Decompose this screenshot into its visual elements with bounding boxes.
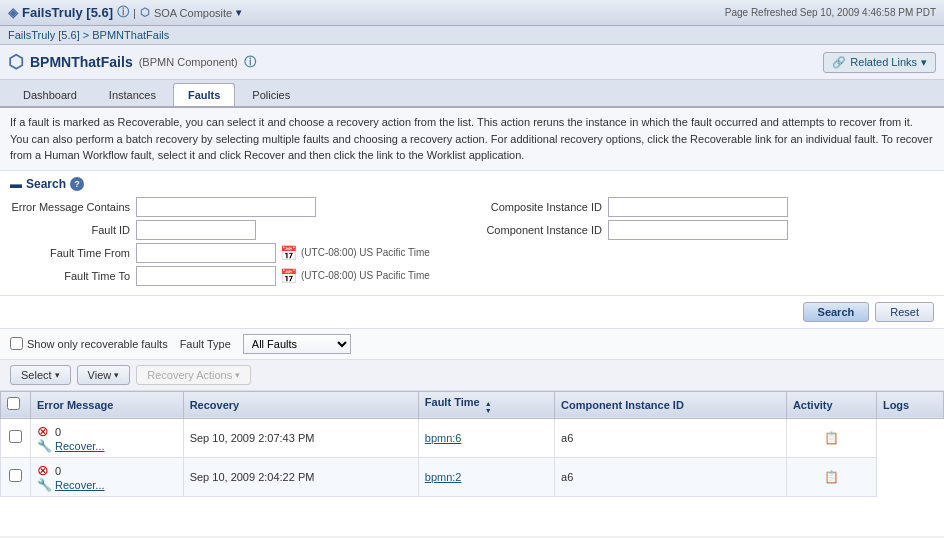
app-header: ◈ FailsTruly [5.6] ⓘ | ⬡ SOA Composite ▾… <box>0 0 944 26</box>
row-select-checkbox[interactable] <box>9 430 22 443</box>
faults-table: Error Message Recovery Fault Time ▲▼ Com… <box>0 391 944 497</box>
app-subtitle-text: SOA Composite <box>154 7 232 19</box>
row-error-message: ⊗ 0 🔧 Recover... <box>31 457 184 496</box>
fault-time-to-input[interactable] <box>136 266 276 286</box>
component-instance-label: Component Instance ID <box>482 224 602 236</box>
row-component-instance-id[interactable]: bpmn:2 <box>418 457 554 496</box>
recovery-link[interactable]: 🔧 Recover... <box>37 478 177 492</box>
show-recoverable-checkbox[interactable] <box>10 337 23 350</box>
fault-id-row: Fault ID <box>10 220 462 240</box>
show-recoverable-label[interactable]: Show only recoverable faults <box>10 337 168 350</box>
breadcrumb-separator: > <box>83 29 92 41</box>
row-error-message: ⊗ 0 🔧 Recover... <box>31 418 184 457</box>
tab-faults[interactable]: Faults <box>173 83 235 106</box>
component-title: ⬡ BPMNThatFails (BPMN Component) ⓘ <box>8 51 256 73</box>
fault-type-label: Fault Type <box>180 338 231 350</box>
app-icon: ◈ <box>8 5 18 20</box>
tab-instances[interactable]: Instances <box>94 83 171 106</box>
toolbar: Select ▾ View ▾ Recovery Actions ▾ <box>0 360 944 391</box>
row-activity: a6 <box>555 457 787 496</box>
error-message-row: Error Message Contains <box>10 197 462 217</box>
tabs-bar: Dashboard Instances Faults Policies <box>0 80 944 108</box>
component-icon: ⬡ <box>8 51 24 73</box>
select-all-checkbox[interactable] <box>7 397 20 410</box>
related-links-arrow: ▾ <box>921 56 927 69</box>
dropdown-icon[interactable]: ▾ <box>236 7 241 18</box>
tab-dashboard[interactable]: Dashboard <box>8 83 92 106</box>
row-logs[interactable]: 📋 <box>786 457 876 496</box>
row-component-instance-id[interactable]: bpmn:6 <box>418 418 554 457</box>
breadcrumb-link-1[interactable]: FailsTruly [5.6] <box>8 29 80 41</box>
search-help-icon[interactable]: ? <box>70 177 84 191</box>
search-header: ▬ Search ? <box>10 177 934 191</box>
search-section: ▬ Search ? Error Message Contains Fault … <box>0 171 944 296</box>
search-label: Search <box>26 177 66 191</box>
breadcrumb: FailsTruly [5.6] > BPMNThatFails <box>0 26 944 45</box>
fault-id-input[interactable] <box>136 220 256 240</box>
refresh-time: Page Refreshed Sep 10, 2009 4:46:58 PM P… <box>725 7 936 18</box>
reset-button[interactable]: Reset <box>875 302 934 322</box>
row-logs[interactable]: 📋 <box>786 418 876 457</box>
row-checkbox[interactable] <box>1 457 31 496</box>
app-subtitle: | <box>133 7 136 19</box>
search-left: Error Message Contains Fault ID Fault Ti… <box>10 197 462 289</box>
col-header-activity: Activity <box>786 391 876 418</box>
search-right: Composite Instance ID Component Instance… <box>482 197 934 289</box>
col-header-recovery: Recovery <box>183 391 418 418</box>
view-button[interactable]: View ▾ <box>77 365 131 385</box>
component-id-link[interactable]: bpmn:2 <box>425 471 462 483</box>
row-fault-time: Sep 10, 2009 2:07:43 PM <box>183 418 418 457</box>
recovery-actions-label: Recovery Actions <box>147 369 232 381</box>
recovery-link[interactable]: 🔧 Recover... <box>37 439 177 453</box>
recovery-actions-button[interactable]: Recovery Actions ▾ <box>136 365 251 385</box>
component-instance-input[interactable] <box>608 220 788 240</box>
app-info-icon[interactable]: ⓘ <box>117 4 129 21</box>
composite-instance-input[interactable] <box>608 197 788 217</box>
composite-instance-row: Composite Instance ID <box>482 197 934 217</box>
fault-time-to-container: 📅 (UTC-08:00) US Pacific Time <box>136 266 430 286</box>
related-links-label: Related Links <box>850 56 917 68</box>
fault-time-from-container: 📅 (UTC-08:00) US Pacific Time <box>136 243 430 263</box>
recovery-text[interactable]: Recover... <box>55 440 105 452</box>
fault-time-to-label: Fault Time To <box>10 270 130 282</box>
app-title-text: FailsTruly [5.6] <box>22 5 113 20</box>
fault-time-from-label: Fault Time From <box>10 247 130 259</box>
recovery-text[interactable]: Recover... <box>55 479 105 491</box>
component-instance-row: Component Instance ID <box>482 220 934 240</box>
related-links-button[interactable]: 🔗 Related Links ▾ <box>823 52 936 73</box>
search-form: Error Message Contains Fault ID Fault Ti… <box>10 197 934 289</box>
search-button[interactable]: Search <box>803 302 870 322</box>
error-text: 0 🔧 Recover... <box>37 426 177 453</box>
select-label: Select <box>21 369 52 381</box>
fault-time-to-row: Fault Time To 📅 (UTC-08:00) US Pacific T… <box>10 266 462 286</box>
logs-icon[interactable]: 📋 <box>824 431 839 445</box>
calendar-from-icon[interactable]: 📅 <box>280 245 297 261</box>
table-row: ⊗ 0 🔧 Recover... Sep 10, 2009 2:07:43 PM… <box>1 418 944 457</box>
fault-id-label: Fault ID <box>10 224 130 236</box>
calendar-to-icon[interactable]: 📅 <box>280 268 297 284</box>
row-checkbox[interactable] <box>1 418 31 457</box>
error-message-input[interactable] <box>136 197 316 217</box>
fault-time-from-input[interactable] <box>136 243 276 263</box>
component-id-link[interactable]: bpmn:6 <box>425 432 462 444</box>
col-header-fault-time[interactable]: Fault Time ▲▼ <box>418 391 554 418</box>
component-header: ⬡ BPMNThatFails (BPMN Component) ⓘ 🔗 Rel… <box>0 45 944 80</box>
col-header-checkbox[interactable] <box>1 391 31 418</box>
fault-time-from-row: Fault Time From 📅 (UTC-08:00) US Pacific… <box>10 243 462 263</box>
view-dropdown-arrow: ▾ <box>114 370 119 380</box>
composite-instance-label: Composite Instance ID <box>482 201 602 213</box>
row-select-checkbox[interactable] <box>9 469 22 482</box>
select-button[interactable]: Select ▾ <box>10 365 71 385</box>
fault-time-to-tz: (UTC-08:00) US Pacific Time <box>301 270 430 281</box>
recovery-actions-arrow: ▾ <box>235 370 240 380</box>
faults-table-container: Error Message Recovery Fault Time ▲▼ Com… <box>0 391 944 537</box>
recovery-icon: 🔧 <box>37 439 52 453</box>
tab-policies[interactable]: Policies <box>237 83 305 106</box>
related-links-icon: 🔗 <box>832 56 846 69</box>
col-header-component-instance: Component Instance ID <box>555 391 787 418</box>
show-recoverable-text: Show only recoverable faults <box>27 338 168 350</box>
logs-icon[interactable]: 📋 <box>824 470 839 484</box>
component-info-icon[interactable]: ⓘ <box>244 54 256 71</box>
fault-type-select[interactable]: All Faults Business Faults System Faults <box>243 334 351 354</box>
collapse-icon[interactable]: ▬ <box>10 177 22 191</box>
